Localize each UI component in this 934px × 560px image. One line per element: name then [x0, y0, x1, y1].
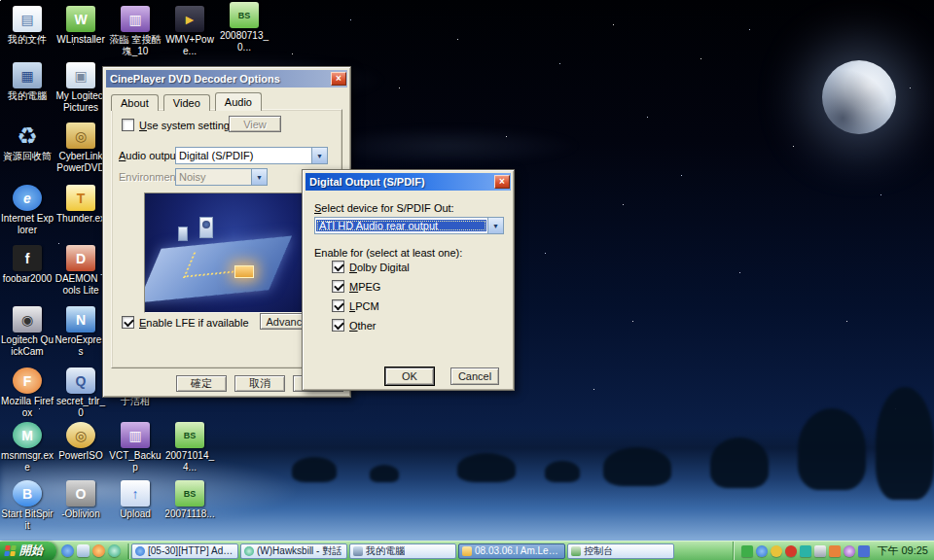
- ok-button[interactable]: 確定: [176, 375, 227, 392]
- checkbox-box[interactable]: [332, 261, 344, 273]
- use-system-settings-checkbox[interactable]: Use system settings: [122, 119, 234, 131]
- audio-output-select[interactable]: Digital (S/PDIF) ▼: [175, 147, 328, 164]
- desktop-icon-20071118[interactable]: BS 20071118...: [163, 480, 216, 520]
- tab-audio[interactable]: Audio: [215, 92, 262, 111]
- update-tray-icon[interactable]: [785, 545, 797, 557]
- select-device-label: Select device for S/PDIF Out:: [314, 202, 454, 214]
- icon-label: VCT_Backup: [109, 450, 162, 472]
- taskbar-clock[interactable]: 下午 09:25: [873, 543, 928, 558]
- tab-video[interactable]: Video: [163, 94, 210, 111]
- desktop-icon-logitech-pictures[interactable]: ▣ My Logitec. Pictures: [54, 62, 107, 113]
- media-player-icon[interactable]: [92, 544, 105, 557]
- mpeg-checkbox[interactable]: MPEG: [332, 280, 380, 293]
- taskbar: 開始 [05-30][HTTP] Adobe... (W)Hawksbill -…: [0, 541, 934, 560]
- dialog-title: Digital Output (S/PDIF): [309, 176, 425, 188]
- chevron-down-icon: ▼: [251, 169, 267, 185]
- tab-about[interactable]: About: [111, 94, 159, 111]
- daemon-tray-icon[interactable]: [771, 545, 782, 557]
- desktop-icon-vct-backup[interactable]: ▥ VCT_Backup: [109, 422, 162, 472]
- desktop-icon-wlinstaller[interactable]: W WLinstaller: [54, 6, 107, 46]
- lpcm-checkbox[interactable]: LPCM: [332, 299, 379, 312]
- volume-tray-icon[interactable]: [814, 545, 826, 557]
- network-tray-icon[interactable]: [756, 545, 768, 557]
- cancel-button[interactable]: Cancel: [450, 368, 499, 385]
- my-computer-icon: ▦: [13, 62, 42, 88]
- task-control-panel[interactable]: 控制台: [567, 543, 674, 559]
- task-adobe-download[interactable]: [05-30][HTTP] Adobe...: [131, 543, 238, 559]
- cancel-button[interactable]: 取消: [234, 375, 285, 392]
- desktop-icon-my-documents[interactable]: ▤ 我的文件: [1, 6, 54, 46]
- desktop-icon-msn-messenger[interactable]: M msnmsgr.exe: [1, 422, 54, 472]
- close-icon[interactable]: ×: [331, 72, 346, 86]
- desktop-icon-foobar2000[interactable]: f foobar2000: [1, 245, 54, 285]
- dialog-titlebar[interactable]: CinePlayer DVD Decoder Options ×: [106, 70, 347, 88]
- task-my-computer[interactable]: 我的電腦: [349, 543, 456, 559]
- desktop-icon-neroexpress[interactable]: N NeroExpress: [54, 306, 107, 357]
- spdif-device-select[interactable]: ATI HD Audio rear output ▼: [314, 217, 504, 234]
- ok-button[interactable]: OK: [385, 368, 434, 385]
- spdif-output-dialog: Digital Output (S/PDIF) × Select device …: [302, 169, 515, 391]
- desktop-icon-thunder[interactable]: T Thunder.ex: [54, 185, 107, 225]
- desktop-icon-quickcam[interactable]: ◉ Logitech QuickCam: [1, 306, 54, 357]
- other-checkbox[interactable]: Other: [332, 319, 377, 332]
- bs-file-icon: BS: [175, 422, 204, 448]
- webcam-icon: ◉: [13, 306, 42, 332]
- desktop-icon-secret-trlr[interactable]: Q secret_trlr_0: [54, 368, 107, 418]
- chevron-down-icon[interactable]: ▼: [487, 218, 503, 233]
- desktop-icon-oblivion[interactable]: O -Oblivion: [54, 480, 107, 520]
- desktop-icon-poweriso[interactable]: ◎ PowerISO: [54, 422, 107, 462]
- subwoofer-glow-graphic: [234, 265, 254, 278]
- desktop-icon-daemon-tools[interactable]: D DAEMON Tools Lite: [54, 245, 107, 296]
- task-i-am-legend[interactable]: 08.03.06.I Am.Legend...: [458, 543, 565, 559]
- start-label: 開始: [19, 542, 43, 559]
- icon-label: WMV+Powe...: [163, 34, 216, 56]
- desktop-icon-powerdvd[interactable]: ◎ CyberLink PowerDVD: [54, 122, 107, 173]
- desktop-icon-20080713[interactable]: BS 20080713_0...: [218, 2, 270, 52]
- checkbox-box[interactable]: [332, 299, 344, 312]
- antivirus-tray-icon[interactable]: [741, 545, 753, 557]
- icon-label: 蒞臨 室搜酷塊_10: [109, 34, 162, 56]
- desktop-icon-wmv[interactable]: ► WMV+Powe...: [163, 6, 216, 56]
- messenger-tray-icon[interactable]: [800, 545, 811, 557]
- desktop-icon-internet-explorer[interactable]: e Internet Explorer: [1, 185, 54, 235]
- dolby-digital-checkbox[interactable]: Dolby Digital: [332, 261, 410, 273]
- power-tray-icon[interactable]: [829, 545, 841, 557]
- checkbox-box[interactable]: [122, 316, 134, 329]
- icon-label: DAEMON Tools Lite: [54, 273, 107, 296]
- icon-label: NeroExpress: [54, 334, 107, 357]
- task-hawksbill-chat[interactable]: (W)Hawksbill - 對話: [240, 543, 347, 559]
- close-icon[interactable]: ×: [494, 175, 510, 189]
- dialog-titlebar[interactable]: Digital Output (S/PDIF) ×: [305, 173, 511, 191]
- bs-file-icon: BS: [175, 480, 204, 507]
- icon-label: Start BitSpirit: [1, 508, 54, 531]
- desktop-icon-bitspirit[interactable]: B Start BitSpirit: [1, 480, 54, 531]
- checkbox-label: MPEG: [349, 281, 380, 293]
- daemon-tools-icon: D: [66, 245, 95, 271]
- icon-label: -Oblivion: [54, 508, 107, 520]
- start-button[interactable]: 開始: [0, 542, 56, 560]
- nero-icon: N: [66, 306, 95, 332]
- foobar-icon: f: [13, 245, 42, 271]
- checkbox-box[interactable]: [332, 319, 344, 332]
- ime-tray-icon[interactable]: [858, 545, 870, 557]
- show-desktop-icon[interactable]: [77, 544, 90, 557]
- icon-label: Thunder.ex: [54, 213, 107, 225]
- ie-quicklaunch-icon[interactable]: [61, 544, 74, 557]
- messenger-icon: M: [13, 422, 42, 448]
- moon: [822, 60, 896, 134]
- dialog-title: CinePlayer DVD Decoder Options: [110, 73, 280, 85]
- task-buttons: [05-30][HTTP] Adobe... (W)Hawksbill - 對話…: [131, 543, 674, 559]
- display-tray-icon[interactable]: [844, 545, 855, 557]
- desktop-icon-20071014[interactable]: BS 20071014_4...: [163, 422, 216, 472]
- checkbox-box[interactable]: [122, 119, 134, 131]
- enable-lfe-checkbox[interactable]: Enable LFE if available: [122, 316, 249, 329]
- desktop-icon-my-computer[interactable]: ▦ 我的電腦: [1, 62, 54, 102]
- checkbox-box[interactable]: [332, 280, 344, 293]
- messenger-quicklaunch-icon[interactable]: [108, 544, 121, 557]
- icon-label: Mozilla Firefox: [1, 396, 54, 418]
- desktop-icon-firefox[interactable]: F Mozilla Firefox: [1, 368, 54, 418]
- desktop-icon-recycle-bin[interactable]: ♻ 資源回收筒: [1, 122, 54, 162]
- desktop-icon-archive[interactable]: ▥ 蒞臨 室搜酷塊_10: [109, 6, 162, 56]
- desktop-icon-upload[interactable]: ↑ Upload: [109, 480, 162, 520]
- chevron-down-icon[interactable]: ▼: [311, 148, 327, 163]
